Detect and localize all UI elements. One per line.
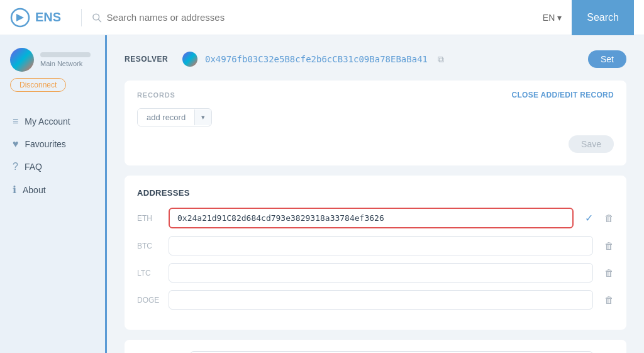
- ens-logo-icon: [10, 8, 30, 28]
- eth-address-input[interactable]: [169, 208, 574, 228]
- search-icon: [92, 13, 101, 23]
- ltc-address-input[interactable]: [169, 263, 593, 283]
- user-section: Main Network Disconnect: [0, 48, 105, 104]
- coin-label-eth: ETH: [137, 214, 160, 223]
- doge-input-wrap: [169, 290, 593, 310]
- coin-label-ltc: LTC: [137, 269, 160, 277]
- add-record-dropdown[interactable]: add record ▾: [137, 108, 212, 126]
- addresses-section: ADDRESSES ETH ✓ 🗑 BTC 🗑 LTC: [125, 176, 626, 330]
- sidebar-item-about[interactable]: ℹ About: [5, 179, 100, 201]
- sidebar-item-label-my-account: My Account: [25, 116, 70, 126]
- ltc-input-wrap: [169, 263, 593, 283]
- resolver-label: RESOLVER: [125, 55, 175, 64]
- address-row-eth: ETH ✓ 🗑: [137, 208, 614, 228]
- avatar: [10, 48, 34, 72]
- user-name-placeholder: [40, 52, 91, 57]
- resolver-icon: [182, 52, 197, 67]
- my-account-icon: ≡: [13, 116, 18, 127]
- add-record-chevron-icon[interactable]: ▾: [194, 109, 211, 125]
- doge-delete-icon[interactable]: 🗑: [604, 294, 614, 305]
- address-row-btc: BTC 🗑: [137, 236, 614, 255]
- favourites-icon: ♥: [13, 138, 19, 150]
- add-record-label[interactable]: add record: [138, 109, 194, 126]
- sidebar-item-my-account[interactable]: ≡ My Account: [5, 111, 100, 132]
- header-divider: [81, 9, 82, 26]
- addresses-title: ADDRESSES: [137, 188, 614, 198]
- btc-delete-icon[interactable]: 🗑: [604, 240, 614, 251]
- records-header: RECORDS CLOSE ADD/EDIT RECORD: [137, 91, 614, 99]
- btc-address-input[interactable]: [169, 236, 593, 255]
- sidebar-item-favourites[interactable]: ♥ Favourites: [5, 133, 100, 155]
- ltc-delete-icon[interactable]: 🗑: [604, 267, 614, 278]
- content-section: CONTENT 🗑: [125, 340, 626, 353]
- user-info: Main Network: [10, 48, 91, 72]
- save-button[interactable]: Save: [569, 135, 614, 153]
- sidebar-item-faq[interactable]: ? FAQ: [5, 156, 100, 177]
- records-title: RECORDS: [137, 91, 175, 99]
- logo: ENS: [10, 8, 61, 28]
- about-icon: ℹ: [13, 184, 16, 196]
- lang-label: EN: [543, 13, 555, 23]
- sidebar-item-label-faq: FAQ: [25, 162, 42, 172]
- search-bar: [92, 12, 543, 23]
- lang-selector[interactable]: EN ▾: [543, 13, 562, 23]
- eth-delete-icon[interactable]: 🗑: [604, 213, 614, 223]
- sidebar-nav: ≡ My Account ♥ Favourites ? FAQ ℹ About: [0, 111, 105, 201]
- address-row-ltc: LTC 🗑: [137, 263, 614, 283]
- save-row: Save: [137, 135, 614, 153]
- faq-icon: ?: [13, 161, 18, 172]
- header: ENS EN ▾ Search: [0, 0, 644, 35]
- coin-label-btc: BTC: [137, 242, 160, 250]
- coin-label-doge: DOGE: [137, 296, 160, 305]
- app-layout: Main Network Disconnect ≡ My Account ♥ F…: [0, 35, 644, 353]
- sidebar-item-label-favourites: Favourites: [25, 139, 66, 149]
- search-input[interactable]: [107, 12, 543, 23]
- lang-chevron-icon: ▾: [557, 13, 562, 23]
- logo-text: ENS: [35, 10, 61, 25]
- resolver-address: 0x4976fb03C32e5B8cfe2b6cCB31c09Ba78EBaBa…: [205, 54, 428, 64]
- sidebar-item-label-about: About: [23, 185, 46, 195]
- check-icon: ✓: [585, 212, 593, 224]
- records-section: RECORDS CLOSE ADD/EDIT RECORD add record…: [125, 81, 626, 165]
- resolver-row: RESOLVER 0x4976fb03C32e5B8cfe2b6cCB31c09…: [125, 50, 626, 68]
- address-row-doge: DOGE 🗑: [137, 290, 614, 310]
- search-button[interactable]: Search: [572, 0, 634, 35]
- doge-address-input[interactable]: [169, 290, 593, 310]
- add-record-row: add record ▾: [137, 108, 614, 126]
- close-edit-record-link[interactable]: CLOSE ADD/EDIT RECORD: [511, 91, 614, 99]
- disconnect-button[interactable]: Disconnect: [10, 78, 66, 92]
- user-details: Main Network: [40, 52, 91, 67]
- user-network: Main Network: [40, 60, 91, 67]
- set-button[interactable]: Set: [588, 50, 626, 68]
- svg-line-2: [99, 19, 101, 21]
- copy-icon[interactable]: ⧉: [438, 54, 444, 65]
- eth-input-wrap: [169, 208, 574, 228]
- main-content: RESOLVER 0x4976fb03C32e5B8cfe2b6cCB31c09…: [107, 35, 644, 353]
- btc-input-wrap: [169, 236, 593, 255]
- sidebar: Main Network Disconnect ≡ My Account ♥ F…: [0, 35, 107, 353]
